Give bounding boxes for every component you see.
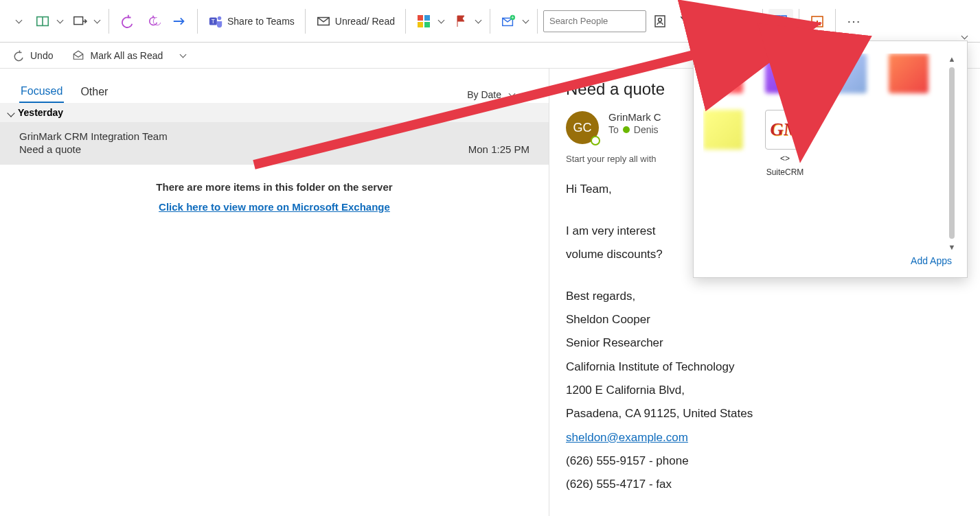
addins-scrollbar[interactable] <box>949 67 955 239</box>
new-group-button[interactable]: + <box>496 9 532 34</box>
svg-rect-7 <box>418 15 423 21</box>
arrow-right-icon <box>172 14 187 29</box>
addins-popover: ▲ GM <> SuiteCRM ▼ Add Apps <box>693 40 968 278</box>
to-label: To <box>608 124 619 135</box>
addin-tile-4[interactable] <box>889 54 928 93</box>
message-row[interactable]: GrinMark CRM Integration Team Need a quo… <box>0 122 549 165</box>
filter-icon <box>679 14 694 29</box>
undo-icon <box>119 14 135 29</box>
translate-button[interactable]: Aあ <box>721 9 757 34</box>
separator <box>715 9 716 34</box>
addin-tile-suitecrm[interactable]: GM <> SuiteCRM <box>765 110 805 178</box>
categories-icon <box>416 14 431 29</box>
separator <box>799 9 799 34</box>
svg-point-15 <box>659 18 662 21</box>
view-more-link[interactable]: Click here to view more on Microsoft Exc… <box>159 201 390 213</box>
svg-text:A: A <box>729 16 733 23</box>
teams-icon: T <box>208 14 223 29</box>
sig-title: Senior Researcher <box>566 334 964 352</box>
envelope-icon <box>316 14 331 29</box>
new-group-icon: + <box>501 14 516 29</box>
svg-text:T: T <box>212 18 215 24</box>
tab-other[interactable]: Other <box>79 82 109 102</box>
scroll-up-button[interactable]: ▲ <box>946 54 957 64</box>
sort-by-control[interactable]: By Date ↑ <box>467 89 529 100</box>
addin-tile-3[interactable] <box>827 54 867 93</box>
svg-rect-10 <box>424 22 430 27</box>
sig-org: California Institute of Technology <box>566 358 964 376</box>
svg-rect-8 <box>424 15 430 21</box>
categorize-button[interactable] <box>411 9 447 34</box>
separator <box>537 9 538 34</box>
add-apps-link[interactable]: Add Apps <box>905 253 957 269</box>
date-group-yesterday[interactable]: Yesterday <box>0 103 549 122</box>
more-commands-button[interactable] <box>841 9 866 34</box>
addin-tile-5[interactable] <box>703 110 743 178</box>
suitecrm-icon: GM <box>765 110 805 150</box>
addin-tile-2[interactable] <box>765 54 805 93</box>
date-group-label: Yesterday <box>18 107 63 118</box>
to-name[interactable]: Denis <box>634 124 659 135</box>
avatar-initials: GC <box>573 121 592 135</box>
sig-fax: (626) 555-4717 - fax <box>566 476 964 493</box>
ribbon-more-left[interactable] <box>4 9 29 34</box>
reading-pane-icon <box>35 14 50 29</box>
translate-icon: Aあ <box>726 14 741 29</box>
undo-all-icon <box>146 14 161 29</box>
sig-addr2: Pasadena, CA 91125, United States <box>566 405 964 423</box>
filter-button[interactable] <box>674 9 709 34</box>
svg-rect-9 <box>418 22 423 27</box>
undo-button[interactable] <box>115 9 139 34</box>
address-book-icon <box>652 14 668 29</box>
svg-text:あ: あ <box>733 21 739 27</box>
flag-icon <box>453 14 468 29</box>
scroll-down-button[interactable]: ▼ <box>946 242 957 253</box>
body-line-1a: I am very interest <box>566 224 655 237</box>
mark-all-read-button[interactable]: Mark All as Read <box>67 46 167 65</box>
undo-all-button[interactable] <box>141 9 166 34</box>
to-line: To Denis <box>608 124 661 135</box>
tab-focused[interactable]: Focused <box>19 81 64 103</box>
presence-indicator <box>591 136 600 145</box>
separator <box>305 9 306 34</box>
separator <box>490 9 490 34</box>
sig-email-link[interactable]: sheldon@example.com <box>566 431 688 444</box>
redo-button[interactable] <box>167 9 192 34</box>
separator <box>197 9 198 34</box>
undo-label: Undo <box>30 50 53 61</box>
svg-rect-21 <box>782 16 786 21</box>
svg-rect-27 <box>819 22 821 25</box>
message-subject: Need a quote <box>19 143 81 155</box>
follow-up-button[interactable] <box>448 9 484 34</box>
undo-small-icon <box>11 48 26 63</box>
address-book-button[interactable] <box>648 9 672 34</box>
sender-name[interactable]: GrinMark C <box>608 111 661 123</box>
sort-direction-icon[interactable]: ↑ <box>525 89 529 100</box>
addins-grid: ▲ GM <> SuiteCRM ▼ <box>703 54 957 253</box>
svg-rect-20 <box>775 16 780 21</box>
inbox-tabs: Focused Other By Date ↑ <box>0 69 549 103</box>
share-to-teams-button[interactable]: T Share to Teams <box>203 9 299 34</box>
send-receive-button[interactable] <box>67 9 103 34</box>
search-people-input[interactable] <box>543 10 646 32</box>
mark-all-read-label: Mark All as Read <box>90 50 163 61</box>
customize-quick-bar[interactable] <box>176 50 192 61</box>
sig-name: Sheldon Cooper <box>566 311 964 329</box>
more-items-text: There are more items in this folder on t… <box>0 181 549 193</box>
suitecrm-label-top: <> <box>780 154 790 163</box>
read-aloud-button[interactable] <box>30 9 66 34</box>
message-from: GrinMark CRM Integration Team <box>19 130 529 142</box>
get-addins-button[interactable] <box>768 9 793 34</box>
apps-icon <box>773 14 788 29</box>
sender-avatar[interactable]: GC <box>566 111 599 144</box>
addin-tile-1[interactable] <box>703 54 743 93</box>
unread-read-button[interactable]: Unread/ Read <box>311 9 400 34</box>
svg-rect-2 <box>74 16 83 24</box>
insights-button[interactable] <box>805 9 830 34</box>
svg-point-5 <box>218 16 222 20</box>
svg-rect-26 <box>817 21 818 25</box>
sig-addr1: 1200 E California Blvd, <box>566 382 964 399</box>
message-time: Mon 1:25 PM <box>468 143 529 155</box>
separator <box>762 9 763 34</box>
undo-quick-button[interactable]: Undo <box>7 46 57 65</box>
